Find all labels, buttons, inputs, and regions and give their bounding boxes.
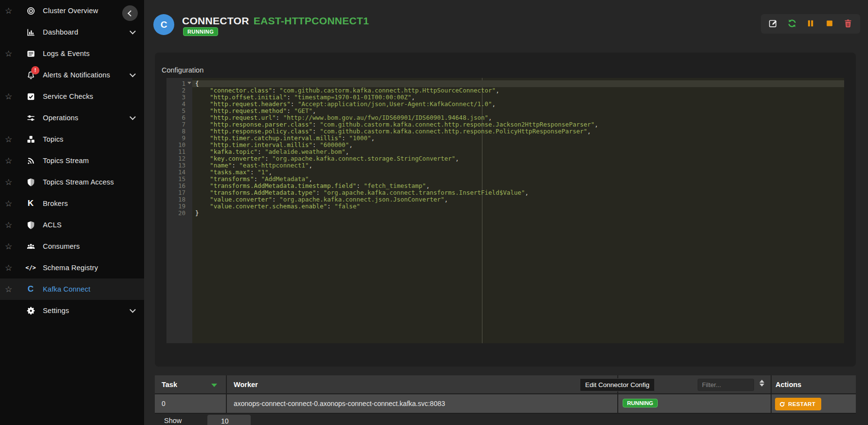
edit-connector-button[interactable] — [766, 17, 780, 31]
code-line-7: "http.response.parser.class": "com.githu… — [192, 121, 844, 128]
configuration-title: Configuration — [162, 66, 203, 74]
favorite-star-icon[interactable]: ☆ — [5, 264, 12, 272]
sidebar-item-kafka-connect[interactable]: ☆CKafka Connect — [0, 278, 144, 300]
sidebar-item-service-checks[interactable]: ☆Service Checks — [0, 86, 144, 107]
sidebar-item-label: Logs & Events — [43, 50, 90, 57]
favorite-star-icon[interactable]: ☆ — [5, 200, 12, 208]
sidebar-collapse-button[interactable] — [122, 5, 138, 21]
sidebar-items: ☆Cluster OverviewDashboard☆Logs & Events… — [0, 0, 144, 321]
sidebar: ☆Cluster OverviewDashboard☆Logs & Events… — [0, 0, 144, 425]
code-line-5: "http.request.method": "GET", — [192, 108, 844, 114]
letter-k-icon: K — [24, 197, 37, 210]
task-status-badge: RUNNING — [623, 399, 658, 407]
sidebar-item-label: Schema Registry — [43, 264, 98, 272]
favorite-star-icon[interactable]: ☆ — [5, 50, 12, 58]
stop-icon — [825, 18, 834, 30]
favorite-star-icon[interactable]: ☆ — [5, 92, 12, 101]
worker-column-label: Worker — [234, 381, 258, 388]
line-number: 10 — [166, 142, 192, 148]
line-number: 2 — [166, 87, 192, 94]
line-number: 11 — [166, 148, 192, 155]
sidebar-item-operations[interactable]: Operations — [0, 107, 144, 129]
favorite-star-icon[interactable]: ☆ — [5, 157, 12, 165]
favorite-star-icon[interactable]: ☆ — [5, 7, 12, 15]
actions-cell: RESTART — [772, 394, 856, 414]
refresh-icon — [787, 18, 797, 30]
line-number: 16 — [166, 183, 192, 189]
favorite-star-icon[interactable]: ☆ — [5, 242, 12, 251]
sort-toggle-icon[interactable] — [759, 380, 764, 387]
tasks-table-header: Task Worker Actions — [155, 375, 856, 394]
sidebar-item-label: Operations — [43, 114, 78, 122]
fold-caret-icon[interactable] — [187, 82, 191, 84]
code-line-8: "http.response.policy.class": "com.githu… — [192, 128, 844, 135]
line-number: 18 — [166, 196, 192, 203]
sidebar-item-logs-and-events[interactable]: ☆Logs & Events — [0, 43, 144, 64]
edit-connector-tooltip: Edit Connector Config — [580, 378, 655, 391]
connector-action-toolbar — [761, 14, 860, 34]
code-line-13: "name": "east-httpconnect1", — [192, 162, 844, 169]
restart-task-button[interactable]: RESTART — [775, 398, 821, 410]
favorite-star-icon[interactable]: ☆ — [5, 178, 12, 186]
line-number: 5 — [166, 108, 192, 114]
restart-label: RESTART — [788, 401, 815, 407]
sidebar-item-topics[interactable]: ☆Topics — [0, 129, 144, 150]
sidebar-item-label: Cluster Overview — [43, 7, 98, 15]
actions-column-label: Actions — [776, 381, 801, 388]
sidebar-item-topics-stream[interactable]: ☆Topics Stream — [0, 150, 144, 171]
status-filter-input[interactable] — [698, 379, 754, 391]
sidebar-item-settings[interactable]: Settings — [0, 300, 144, 321]
pause-connector-button[interactable] — [804, 17, 817, 31]
code-line-18: "value.converter": "org.apache.kafka.con… — [192, 196, 844, 203]
sidebar-item-brokers[interactable]: ☆KBrokers — [0, 193, 144, 214]
chevron-down-icon — [129, 114, 136, 120]
logs-icon — [24, 47, 37, 60]
code-line-14: "tasks.max": "1", — [192, 169, 844, 176]
sidebar-item-consumers[interactable]: ☆Consumers — [0, 236, 144, 257]
sidebar-item-acls[interactable]: ☆ACLS — [0, 214, 144, 236]
worker-address: axonops-connect-connect-0.axonops-connec… — [234, 400, 445, 407]
sidebar-item-alerts-and-notifications[interactable]: !Alerts & Notifications — [0, 64, 144, 86]
check-square-icon — [24, 90, 37, 103]
letter-c-icon: C — [24, 283, 37, 296]
page-title: CONNECTOREAST-HTTPCONNECT1 — [182, 15, 369, 27]
code-line-6: "http.request.url": "http://www.bom.gov.… — [192, 114, 844, 121]
chevron-left-icon — [128, 10, 134, 17]
favorite-star-icon[interactable]: ☆ — [5, 285, 12, 294]
code-line-15: "transforms": "AddMetadata", — [192, 176, 844, 183]
line-number: 3 — [166, 94, 192, 101]
sort-descending-icon[interactable] — [211, 384, 217, 387]
editor-line-number-gutter: 1234567891011121314151617181920 — [166, 78, 192, 343]
line-number: 17 — [166, 189, 192, 196]
users-icon — [24, 240, 37, 253]
favorite-star-icon[interactable]: ☆ — [5, 221, 12, 229]
tasks-table: Task Worker Actions 0 axonops-connect-co… — [155, 375, 856, 414]
stop-connector-button[interactable] — [823, 17, 836, 31]
line-number: 9 — [166, 135, 192, 142]
editor-code-area[interactable]: { "connector.class": "com.github.castorm… — [192, 78, 844, 343]
gear-icon — [24, 304, 37, 317]
code-line-2: "connector.class": "com.github.castorm.k… — [192, 87, 844, 94]
connector-type-label: CONNECTOR — [182, 15, 249, 26]
page-size-select[interactable]: 10 — [207, 415, 251, 425]
refresh-connector-button[interactable] — [785, 17, 799, 31]
sidebar-item-topics-stream-access[interactable]: ☆Topics Stream Access — [0, 171, 144, 193]
bar-chart-icon — [24, 26, 37, 38]
sidebar-item-dashboard[interactable]: Dashboard — [0, 21, 144, 43]
line-number: 1 — [166, 80, 192, 87]
code-line-19: "value.converter.schemas.enable": "false… — [192, 203, 844, 210]
cubes-icon — [24, 133, 37, 146]
page-size-label: Show — [164, 417, 182, 425]
favorite-star-icon[interactable]: ☆ — [5, 135, 12, 144]
config-code-editor[interactable]: 1234567891011121314151617181920 { "conne… — [166, 78, 844, 343]
chevron-down-icon — [129, 307, 136, 313]
line-number: 20 — [166, 210, 192, 217]
sidebar-item-schema-registry[interactable]: ☆</>Schema Registry — [0, 257, 144, 278]
delete-connector-button[interactable] — [841, 17, 855, 31]
line-number: 15 — [166, 176, 192, 183]
line-number: 8 — [166, 128, 192, 135]
worker-column-header[interactable]: Worker — [227, 375, 618, 394]
worker-cell: axonops-connect-connect-0.axonops-connec… — [227, 394, 618, 414]
code-line-4: "http.request.headers": "Accept:applicat… — [192, 101, 844, 108]
task-column-header[interactable]: Task — [155, 375, 227, 394]
